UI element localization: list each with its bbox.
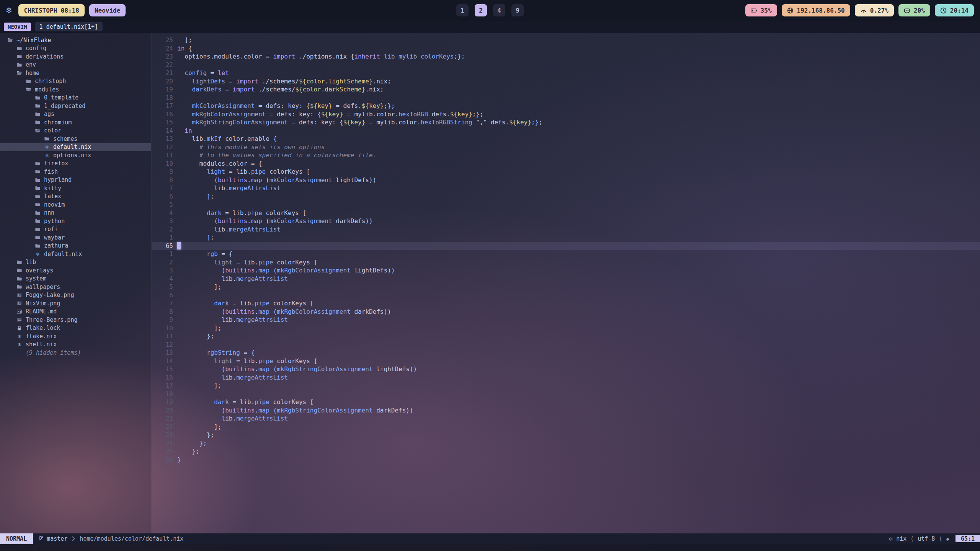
user-clock-badge[interactable]: CHRISTOPH 08:18 [18, 4, 85, 16]
code-line[interactable]: 16 mkRgbColorAssignment = defs: key: {${… [152, 110, 980, 119]
command-line[interactable] [0, 544, 980, 551]
tree-item[interactable]: derivations [0, 52, 151, 61]
code-line[interactable]: 19 dark = lib.pipe colorKeys [ [152, 398, 980, 406]
buffer-tab[interactable]: 1 default.nix[1+] [35, 22, 103, 31]
tree-item[interactable]: (9 hidden items) [0, 349, 151, 357]
code-line[interactable]: 8 (builtins.map (mkRgbColorAssignment da… [152, 308, 980, 316]
code-line[interactable]: 23 options.modules.color = import ./opti… [152, 52, 980, 61]
code-line[interactable]: 16 lib.mergeAttrsList [152, 373, 980, 382]
code-line[interactable]: 24 }; [152, 439, 980, 448]
tree-item[interactable]: ❄ flake.nix [0, 332, 151, 341]
code-line[interactable]: 26} [152, 456, 980, 464]
tree-item[interactable]: env [0, 61, 151, 69]
tree-item[interactable]: Three-Bears.png [0, 316, 151, 324]
code-line[interactable]: 25 }; [152, 447, 980, 456]
code-line[interactable]: 15 (builtins.map (mkRgbStringColorAssign… [152, 365, 980, 373]
workspace-button[interactable]: 1 [456, 4, 469, 16]
code-line[interactable]: 65 [152, 242, 980, 250]
tree-item[interactable]: 0_template [0, 94, 151, 102]
tree-item[interactable]: home [0, 69, 151, 77]
code-line[interactable]: 2 light = lib.pipe colorKeys [ [152, 258, 980, 267]
code-line[interactable]: 9 lib.mergeAttrsList [152, 316, 980, 324]
status-pill[interactable]: 192.168.86.50 [782, 4, 850, 16]
code-line[interactable]: 15 mkRgbStringColorAssignment = defs: ke… [152, 118, 980, 127]
status-pill[interactable]: 0.27% [855, 4, 894, 16]
tree-item[interactable]: chromium [0, 118, 151, 127]
code-line[interactable]: 24in { [152, 44, 980, 53]
tree-item[interactable]: overlays [0, 266, 151, 275]
code-line[interactable]: 21 config = let [152, 69, 980, 77]
tree-item[interactable]: hyprland [0, 176, 151, 184]
code-line[interactable]: 13 rgbString = { [152, 349, 980, 357]
tree-item[interactable]: kitty [0, 184, 151, 192]
tree-item[interactable]: schemes [0, 135, 151, 143]
code-line[interactable]: 1 ]; [152, 233, 980, 242]
code-line[interactable]: 2 lib.mergeAttrsList [152, 225, 980, 234]
status-pill[interactable]: 20% [898, 4, 930, 16]
code-line[interactable]: 25 ]; [152, 36, 980, 44]
tree-item[interactable]: rofi [0, 225, 151, 234]
tree-item[interactable]: python [0, 217, 151, 225]
tree-item[interactable]: zathura [0, 242, 151, 250]
tree-item[interactable]: 1_deprecated [0, 102, 151, 110]
code-line[interactable]: 4 dark = lib.pipe colorKeys [ [152, 209, 980, 217]
code-line[interactable]: 18 [152, 390, 980, 398]
code-line[interactable]: 3 (builtins.map (mkColorAssignment darkD… [152, 217, 980, 225]
code-line[interactable]: 17 ]; [152, 381, 980, 390]
tree-item[interactable]: ❄ options.nix [0, 151, 151, 160]
tree-item[interactable]: wallpapers [0, 283, 151, 291]
workspace-button[interactable]: 4 [493, 4, 505, 16]
tree-item[interactable]: waybar [0, 233, 151, 242]
workspace-button[interactable]: 2 [475, 4, 487, 16]
app-badge[interactable]: Neovide [89, 4, 126, 16]
tree-item[interactable]: lib [0, 258, 151, 267]
tree-item[interactable]: fish [0, 168, 151, 176]
code-line[interactable]: 8 (builtins.map (mkColorAssignment light… [152, 176, 980, 184]
code-line[interactable]: 23 }; [152, 431, 980, 439]
tree-item[interactable]: christoph [0, 77, 151, 86]
code-line[interactable]: 18 [152, 94, 980, 102]
tree-item[interactable]: ❄ default.nix [0, 250, 151, 258]
code-line[interactable]: 10 ]; [152, 324, 980, 333]
tree-item[interactable]: ~/NixFlake [0, 36, 151, 44]
status-pill[interactable]: 35% [745, 4, 777, 16]
tree-item[interactable]: ❄ default.nix [0, 143, 151, 152]
code-line[interactable]: 14 light = lib.pipe colorKeys [ [152, 357, 980, 365]
code-line[interactable]: 22 [152, 61, 980, 69]
code-line[interactable]: 10 modules.color = { [152, 160, 980, 168]
editor-buffer[interactable]: 25 ]; 24in { 23 options.modules.color = … [152, 33, 980, 533]
code-line[interactable]: 20 lightDefs = import ./schemes/${color.… [152, 77, 980, 86]
code-line[interactable]: 22 ]; [152, 423, 980, 431]
code-line[interactable]: 7 lib.mergeAttrsList [152, 184, 980, 192]
tree-item[interactable]: system [0, 275, 151, 283]
code-line[interactable]: 5 ]; [152, 283, 980, 291]
tree-item[interactable]: ags [0, 110, 151, 119]
tree-item[interactable]: config [0, 44, 151, 53]
status-pill[interactable]: 20:14 [935, 4, 974, 16]
code-line[interactable]: 21 lib.mergeAttrsList [152, 414, 980, 423]
code-line[interactable]: 3 (builtins.map (mkRgbColorAssignment li… [152, 266, 980, 275]
tree-item[interactable]: flake.lock [0, 324, 151, 333]
code-line[interactable]: 11 }; [152, 332, 980, 341]
tree-item[interactable]: Foggy-Lake.png [0, 291, 151, 300]
code-line[interactable]: 14 in [152, 127, 980, 135]
tree-item[interactable]: README.md [0, 308, 151, 316]
code-line[interactable]: 6 [152, 291, 980, 300]
tree-item[interactable]: firefox [0, 160, 151, 168]
code-line[interactable]: 19 darkDefs = import ./schemes/${color.d… [152, 85, 980, 94]
code-line[interactable]: 20 (builtins.map (mkRgbStringColorAssign… [152, 406, 980, 415]
code-line[interactable]: 12 [152, 341, 980, 349]
code-line[interactable]: 13 lib.mkIf color.enable { [152, 135, 980, 143]
code-line[interactable]: 6 ]; [152, 192, 980, 201]
code-line[interactable]: 9 light = lib.pipe colorKeys [ [152, 168, 980, 176]
tree-item[interactable]: NixVim.png [0, 299, 151, 308]
code-line[interactable]: 12 # This module sets its own options [152, 143, 980, 152]
tree-item[interactable]: neovim [0, 201, 151, 209]
tree-item[interactable]: nnn [0, 209, 151, 217]
code-line[interactable]: 5 [152, 201, 980, 209]
workspace-button[interactable]: 9 [511, 4, 524, 16]
code-line[interactable]: 4 lib.mergeAttrsList [152, 275, 980, 283]
tree-item[interactable]: modules [0, 85, 151, 94]
code-line[interactable]: 7 dark = lib.pipe colorKeys [ [152, 299, 980, 308]
tree-item[interactable]: color [0, 127, 151, 135]
